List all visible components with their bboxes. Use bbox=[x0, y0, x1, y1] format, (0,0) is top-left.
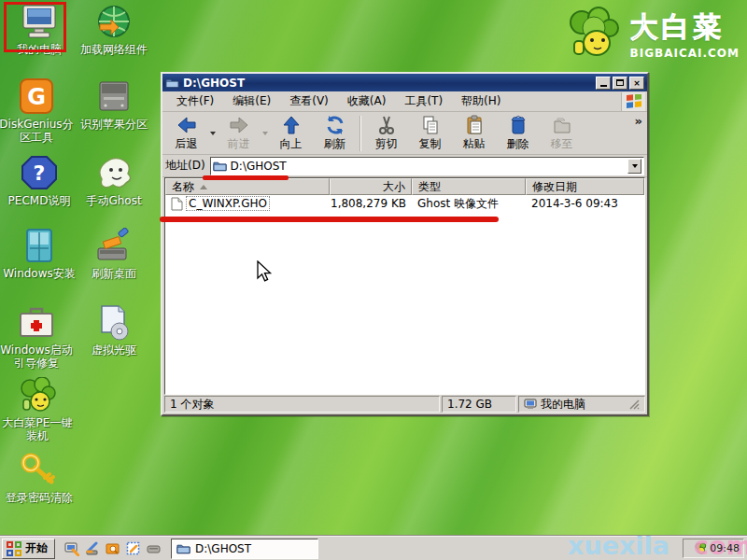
virtual-cd-icon bbox=[94, 304, 134, 342]
svg-text:G: G bbox=[27, 84, 46, 110]
file-name: C_WINXP.GHO bbox=[186, 196, 270, 211]
forward-dropdown[interactable] bbox=[261, 114, 269, 153]
desktop-icon-boot-repair[interactable]: Windows启动引导修复 bbox=[0, 304, 76, 370]
desktop-icon-label: 大白菜PE一键装机 bbox=[0, 416, 77, 442]
up-button[interactable]: 向上 bbox=[269, 114, 313, 153]
desktop-icon-manual-ghost[interactable]: 手动Ghost bbox=[75, 155, 153, 207]
forward-button[interactable]: 前进 bbox=[217, 114, 261, 153]
toolbar-separator bbox=[359, 116, 361, 151]
menu-favorites[interactable]: 收藏(A) bbox=[339, 91, 395, 111]
desktop-icon-label: 刷新桌面 bbox=[75, 267, 153, 280]
back-button[interactable]: 后退 bbox=[164, 114, 208, 153]
desktop-icon-virtual-cd[interactable]: 虚拟光驱 bbox=[75, 304, 153, 357]
hdd-icon bbox=[94, 78, 134, 116]
column-name[interactable]: 名称 bbox=[165, 178, 330, 195]
desktop-icon-label: Windows启动引导修复 bbox=[0, 343, 76, 370]
refresh-button[interactable]: 刷新 bbox=[313, 114, 357, 153]
toolbar-overflow-chevron[interactable]: » bbox=[635, 114, 642, 128]
desktop-icon-label: 我的电脑 bbox=[0, 43, 78, 56]
svg-text:?: ? bbox=[34, 161, 46, 185]
sort-ascending-icon bbox=[200, 185, 207, 189]
desktop-icon-label: 登录密码清除 bbox=[0, 491, 78, 504]
paste-icon bbox=[464, 115, 485, 135]
desktop-icon-pecmd[interactable]: ? PECMD说明 bbox=[0, 155, 78, 207]
menu-view[interactable]: 查看(V) bbox=[281, 91, 337, 111]
desktop-icon-refresh-desktop[interactable]: 刷新桌面 bbox=[75, 228, 153, 280]
desktop-icon-label: 手动Ghost bbox=[75, 194, 153, 207]
edit-pad-icon[interactable] bbox=[126, 541, 141, 556]
window-title: D:\GHOST bbox=[183, 77, 594, 90]
move-icon bbox=[552, 115, 572, 135]
my-computer-icon bbox=[20, 4, 59, 41]
column-modified[interactable]: 修改日期 bbox=[526, 178, 644, 195]
desktop-icon-network[interactable]: 加载网络组件 bbox=[75, 4, 153, 56]
desktop-icon-diskgenius[interactable]: G DiskGenius分区工具 bbox=[0, 78, 76, 144]
menu-help[interactable]: 帮助(H) bbox=[453, 91, 509, 111]
desktop-icon-my-computer[interactable]: 我的电脑 bbox=[0, 4, 78, 56]
statusbar: 1 个对象 1.72 GB 我的电脑 bbox=[162, 395, 647, 414]
delete-button[interactable]: 删除 bbox=[496, 114, 540, 153]
menu-tools[interactable]: 工具(T) bbox=[396, 91, 451, 111]
copy-button[interactable]: 复制 bbox=[408, 114, 452, 153]
toolbar: 后退 前进 向上 bbox=[162, 112, 647, 155]
file-row[interactable]: C_WINXP.GHO 1,808,279 KB Ghost 映像文件 2014… bbox=[165, 195, 644, 212]
close-button[interactable]: × bbox=[629, 77, 644, 90]
start-logo-icon bbox=[7, 541, 21, 556]
address-input[interactable]: D:\GHOST bbox=[210, 157, 644, 175]
bigbaicai-logo: 大白菜 BIGBAICAI.COM bbox=[563, 6, 740, 62]
baicai-mascot-icon bbox=[563, 6, 623, 62]
cut-button[interactable]: 剪切 bbox=[364, 114, 408, 153]
taskbar-task-dghost[interactable]: D:\GHOST bbox=[171, 539, 318, 559]
column-type[interactable]: 类型 bbox=[412, 178, 526, 195]
addressbar: 地址(D) D:\GHOST bbox=[162, 155, 647, 177]
ghost-icon bbox=[94, 155, 134, 192]
status-objects: 1 个对象 bbox=[164, 396, 440, 413]
delete-icon bbox=[508, 115, 529, 135]
address-value: D:\GHOST bbox=[231, 160, 624, 173]
desktop-icon-windows-install[interactable]: Windows安装 bbox=[0, 228, 78, 280]
mouse-cursor bbox=[256, 260, 273, 283]
back-dropdown[interactable] bbox=[208, 114, 217, 153]
start-button[interactable]: 开始 bbox=[2, 539, 55, 559]
logo-title: 大白菜 bbox=[630, 8, 740, 47]
paste-button[interactable]: 粘贴 bbox=[452, 114, 496, 153]
tray-baicai-icon[interactable] bbox=[695, 542, 707, 554]
show-desktop-icon[interactable] bbox=[64, 541, 79, 556]
question-icon: ? bbox=[20, 155, 59, 192]
maximize-button[interactable] bbox=[613, 77, 627, 90]
column-size[interactable]: 大小 bbox=[330, 178, 412, 195]
my-computer-small-icon bbox=[524, 399, 537, 410]
folder-search-icon[interactable] bbox=[106, 541, 120, 556]
move-to-button[interactable]: 移至 bbox=[540, 114, 584, 153]
folder-icon bbox=[213, 160, 227, 172]
file-type: Ghost 映像文件 bbox=[412, 196, 526, 212]
drive-icon[interactable] bbox=[147, 541, 162, 556]
copy-icon bbox=[420, 115, 441, 135]
desktop-icon-baicai-pe[interactable]: 大白菜PE一键装机 bbox=[0, 377, 77, 442]
window-titlebar[interactable]: D:\GHOST × bbox=[162, 74, 647, 91]
file-list: 名称 大小 类型 修改日期 bbox=[164, 177, 645, 395]
refresh-desktop-icon bbox=[94, 228, 134, 265]
quick-launch bbox=[59, 541, 167, 556]
back-icon bbox=[176, 115, 197, 135]
desktop-icon-label: PECMD说明 bbox=[0, 194, 78, 207]
folder-icon bbox=[165, 77, 179, 89]
explorer-window: D:\GHOST × 文件(F) 编辑(E) 查看(V) 收藏(A) 工具(T)… bbox=[161, 72, 649, 416]
menu-file[interactable]: 文件(F) bbox=[168, 91, 222, 111]
minimize-button[interactable] bbox=[596, 77, 611, 90]
windows-flag-icon bbox=[621, 92, 645, 111]
forward-icon bbox=[229, 115, 249, 135]
resize-grip[interactable] bbox=[629, 399, 640, 410]
menu-edit[interactable]: 编辑(E) bbox=[224, 91, 279, 111]
start-label: 开始 bbox=[25, 540, 48, 556]
paint-brush-icon[interactable] bbox=[85, 541, 100, 556]
folder-icon bbox=[176, 542, 190, 554]
status-location: 我的电脑 bbox=[518, 396, 645, 413]
file-modified: 2014-3-6 09:43 bbox=[526, 197, 644, 210]
network-globe-icon bbox=[94, 4, 134, 41]
address-dropdown-button[interactable] bbox=[627, 159, 641, 174]
desktop-icon-apple-partition[interactable]: 识别苹果分区 bbox=[75, 78, 153, 131]
task-label: D:\GHOST bbox=[195, 542, 251, 555]
system-tray: 09:48 bbox=[683, 539, 744, 558]
desktop-icon-password-clear[interactable]: 登录密码清除 bbox=[0, 452, 78, 504]
